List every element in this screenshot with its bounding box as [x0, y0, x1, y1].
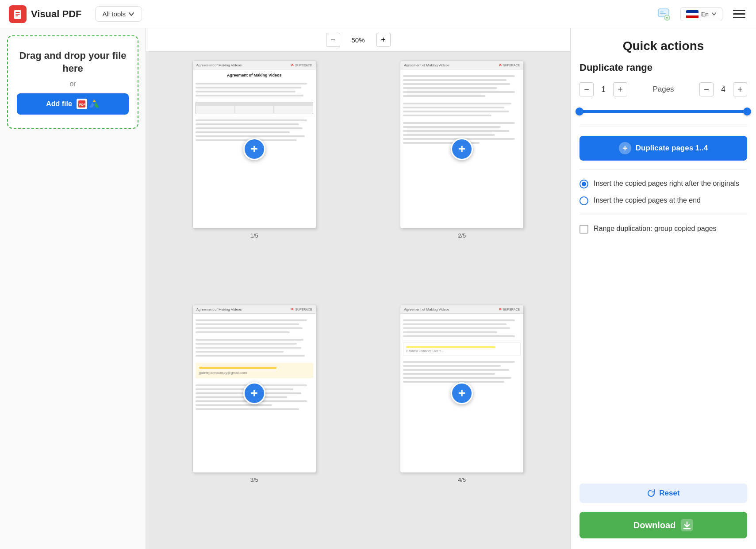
zoom-toolbar: − 50% +: [146, 28, 570, 52]
svg-text:?: ?: [666, 16, 668, 20]
drop-text: Drag and drop your file here: [17, 50, 129, 75]
logo-icon: [9, 5, 27, 23]
plus-icon: +: [619, 142, 631, 154]
header: Visual PDF All tools ? En: [0, 0, 756, 28]
gdrive-icon: [89, 99, 100, 109]
checkbox-box: [579, 225, 588, 234]
page-title-1: Agreement of Making Videos: [196, 73, 313, 77]
radio-after-originals[interactable]: Insert the copied pages right after the …: [579, 179, 747, 188]
file-type-icons: PDF: [77, 99, 100, 109]
download-button[interactable]: Download: [579, 512, 747, 538]
left-panel: Drag and drop your file here or Add file…: [0, 28, 146, 549]
superace-logo-3: ✕ SUPERACE: [291, 307, 312, 311]
svg-rect-4: [15, 15, 18, 16]
page-doc-title: Agreement of Making Videos: [196, 63, 242, 67]
from-minus-button[interactable]: −: [579, 82, 594, 96]
to-plus-button[interactable]: +: [733, 82, 747, 96]
download-icon: [681, 519, 693, 531]
center-panel: − 50% + Agreement of Making Videos ✕ SUP…: [146, 28, 570, 549]
page-number-2: 2/5: [458, 232, 466, 239]
duplicate-overlay-4[interactable]: +: [451, 382, 473, 404]
chat-icon[interactable]: ?: [656, 6, 672, 22]
language-label: En: [701, 11, 709, 18]
page-container-4: Agreement of Making Videos ✕ SUPERACE: [363, 305, 562, 540]
all-tools-button[interactable]: All tools: [95, 6, 142, 22]
page-number-4: 4/5: [458, 476, 466, 483]
slider-thumb-right[interactable]: [743, 107, 751, 115]
logo-text: Visual PDF: [31, 8, 82, 20]
from-value: 1: [598, 85, 609, 94]
page-number-1: 1/5: [250, 232, 258, 239]
page-doc-title-4: Agreement of Making Videos: [404, 307, 449, 311]
page-thumb-3: Agreement of Making Videos ✕ SUPERACE: [192, 305, 316, 473]
radio-group: Insert the copied pages right after the …: [579, 179, 747, 206]
reset-button[interactable]: Reset: [579, 484, 747, 503]
superace-logo-4: ✕ SUPERACE: [499, 307, 520, 311]
zoom-value: 50%: [347, 36, 369, 44]
add-file-button[interactable]: Add file PDF: [17, 93, 129, 115]
svg-text:PDF: PDF: [79, 103, 85, 106]
duplicate-overlay-3[interactable]: +: [243, 382, 265, 404]
page-doc-title-3: Agreement of Making Videos: [196, 307, 242, 311]
radio-circle-2: [579, 196, 588, 205]
logo-area: Visual PDF: [9, 5, 82, 23]
chevron-down-small-icon: [711, 12, 717, 17]
or-text: or: [69, 80, 76, 88]
pdf-icon: PDF: [77, 99, 87, 109]
svg-marker-15: [92, 100, 96, 102]
svg-rect-3: [15, 14, 20, 15]
pages-area: Agreement of Making Videos ✕ SUPERACE Ag…: [146, 52, 570, 549]
zoom-out-button[interactable]: −: [326, 33, 340, 47]
duplicate-range-title: Duplicate range: [579, 62, 747, 73]
svg-rect-2: [15, 12, 20, 13]
header-right: ? En: [656, 6, 747, 22]
range-controls: − 1 + Pages − 4 +: [579, 82, 747, 96]
checkbox-label: Range duplication: group copied pages: [594, 224, 717, 234]
page-thumb-2: Agreement of Making Videos ✕ SUPERACE: [400, 61, 524, 229]
slider-fill: [579, 110, 747, 113]
duplicate-button[interactable]: + Duplicate pages 1..4: [579, 136, 747, 161]
page-container-2: Agreement of Making Videos ✕ SUPERACE: [363, 61, 562, 296]
pages-label: Pages: [652, 85, 674, 94]
reset-label: Reset: [659, 489, 679, 498]
download-label: Download: [633, 520, 676, 530]
to-minus-button[interactable]: −: [699, 82, 714, 96]
svg-marker-14: [94, 102, 99, 107]
page-thumb-1: Agreement of Making Videos ✕ SUPERACE Ag…: [192, 61, 316, 229]
from-plus-button[interactable]: +: [613, 82, 627, 96]
to-value: 4: [718, 85, 729, 94]
group-copied-checkbox[interactable]: Range duplication: group copied pages: [579, 224, 747, 234]
right-panel: Quick actions Duplicate range − 1 + Page…: [570, 28, 756, 549]
duplicate-overlay-1[interactable]: +: [243, 138, 265, 160]
flag-icon: [686, 10, 698, 18]
divider-3: [579, 215, 747, 215]
radio-circle-1: [579, 180, 588, 188]
page-thumb-4: Agreement of Making Videos ✕ SUPERACE: [400, 305, 524, 473]
drop-zone[interactable]: Drag and drop your file here or Add file…: [7, 35, 138, 129]
page-container-3: Agreement of Making Videos ✕ SUPERACE: [155, 305, 354, 540]
reset-icon: [647, 489, 656, 498]
menu-button[interactable]: [731, 6, 747, 22]
duplicate-overlay-2[interactable]: +: [451, 138, 473, 160]
page-container-1: Agreement of Making Videos ✕ SUPERACE Ag…: [155, 61, 354, 296]
radio-at-end[interactable]: Insert the copied pages at the end: [579, 196, 747, 205]
from-stepper: − 1 +: [579, 82, 627, 96]
main: Drag and drop your file here or Add file…: [0, 28, 756, 549]
slider-thumb-left[interactable]: [576, 107, 583, 115]
language-selector[interactable]: En: [680, 7, 722, 21]
quick-actions-title: Quick actions: [579, 39, 747, 53]
radio-label-2: Insert the copied pages at the end: [594, 196, 701, 205]
svg-rect-7: [660, 13, 666, 14]
page-doc-title-2: Agreement of Making Videos: [404, 63, 449, 67]
chevron-down-icon: [128, 11, 134, 17]
svg-marker-13: [89, 102, 94, 107]
divider-1: [579, 127, 747, 127]
radio-label-1: Insert the copied pages right after the …: [594, 179, 739, 188]
duplicate-btn-label: Duplicate pages 1..4: [636, 144, 708, 153]
superace-logo-2: ✕ SUPERACE: [499, 63, 520, 67]
to-stepper: − 4 +: [699, 82, 747, 96]
zoom-in-button[interactable]: +: [376, 33, 391, 47]
superace-logo: ✕ SUPERACE: [291, 63, 312, 67]
range-slider[interactable]: [579, 107, 747, 116]
divider-2: [579, 169, 747, 170]
